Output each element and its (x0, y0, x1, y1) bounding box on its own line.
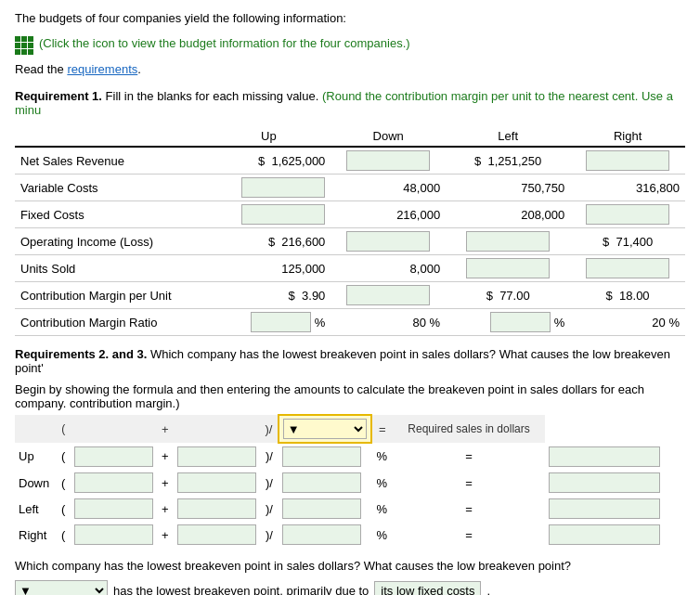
left-f3[interactable] (279, 496, 371, 522)
table-row: Units Sold 125,000 8,000 (15, 255, 685, 282)
right-nsr[interactable] (570, 147, 685, 175)
right-f3[interactable] (279, 522, 371, 548)
up-result-input[interactable] (549, 446, 660, 467)
down-vc: 48,000 (331, 175, 446, 201)
down-formula-input3[interactable] (282, 472, 361, 493)
bottom-question: Which company has the lowest breakeven p… (15, 559, 685, 573)
down-result-input[interactable] (549, 472, 660, 493)
paren-left: ( (57, 496, 71, 522)
right-f2[interactable] (174, 522, 260, 548)
plus-up: + (157, 443, 174, 470)
left-f1[interactable] (71, 496, 157, 522)
down-cmpu[interactable] (331, 282, 446, 309)
right-nsr-input[interactable] (586, 150, 669, 171)
up-f3[interactable] (279, 443, 371, 470)
paren-up: ( (57, 443, 71, 470)
paren-down: ( (57, 470, 71, 496)
table-row: Variable Costs 48,000 750,750 316,800 (15, 175, 685, 201)
pct-right: % (371, 522, 393, 548)
down-f2[interactable] (174, 470, 260, 496)
up-vc[interactable] (206, 175, 331, 201)
left-vc: 750,750 (446, 175, 570, 201)
fh-equals: = (371, 415, 393, 443)
formula-row-left: Left ( + )/ % = (15, 496, 685, 522)
right-result-input[interactable] (549, 524, 660, 545)
fh-input1 (71, 415, 157, 443)
bottom-answer: ▼ has the lowest breakeven point, primar… (15, 580, 685, 595)
right-cmpu-val: 18.00 (619, 289, 650, 303)
down-nsr-input[interactable] (346, 150, 430, 171)
down-f1[interactable] (71, 470, 157, 496)
down-formula-input1[interactable] (74, 472, 153, 493)
col-header-label (15, 126, 206, 147)
up-formula-input2[interactable] (177, 446, 256, 467)
right-fc[interactable] (570, 201, 685, 228)
div-left: )/ (260, 496, 279, 522)
left-cmr-input[interactable] (490, 312, 551, 332)
right-formula-input1[interactable] (74, 524, 153, 545)
down-formula-input2[interactable] (177, 472, 256, 493)
table-row: Fixed Costs 216,000 208,000 (15, 201, 685, 228)
up-result[interactable] (545, 443, 685, 470)
bottom-section: Which company has the lowest breakeven p… (15, 559, 685, 595)
down-nsr[interactable] (331, 147, 446, 175)
left-cmr[interactable]: % (446, 309, 570, 336)
plus-right: + (157, 522, 174, 548)
intro-line1: The budgets of four companies yield the … (15, 11, 685, 25)
left-result[interactable] (545, 496, 685, 522)
right-oi: $ 71,400 (570, 228, 685, 255)
grid-icon[interactable] (15, 31, 33, 55)
right-us-input[interactable] (586, 258, 669, 278)
right-fc-input[interactable] (586, 204, 669, 225)
left-us[interactable] (446, 255, 570, 282)
up-formula-input1[interactable] (74, 446, 153, 467)
up-oi-val: 216,600 (281, 235, 325, 249)
down-cmpu-input[interactable] (346, 285, 430, 305)
right-f1[interactable] (71, 522, 157, 548)
formula-dropdown[interactable]: ▼ (283, 419, 367, 439)
plus-down: + (157, 470, 174, 496)
right-formula-input3[interactable] (282, 524, 361, 545)
left-oi-input[interactable] (466, 231, 550, 252)
left-result-input[interactable] (549, 498, 660, 519)
up-cmr[interactable]: % (206, 309, 331, 336)
click-icon-line[interactable]: (Click the icon to view the budget infor… (15, 31, 685, 55)
down-oi-input[interactable] (346, 231, 430, 252)
right-us[interactable] (570, 255, 685, 282)
right-result[interactable] (545, 522, 685, 548)
up-cmr-input[interactable] (251, 312, 311, 332)
up-fc-input[interactable] (241, 204, 325, 225)
fh-dropdown[interactable]: ▼ (279, 415, 371, 443)
col-header-left: Left (446, 126, 570, 147)
fh-input2 (174, 415, 260, 443)
req1-heading: Requirement 1. Fill in the blanks for ea… (15, 89, 685, 117)
answer-text1: has the lowest breakeven point, primaril… (113, 584, 369, 596)
pct-up: % (371, 443, 393, 470)
left-oi[interactable] (446, 228, 570, 255)
down-f3[interactable] (279, 470, 371, 496)
right-cmpu: $ 18.00 (570, 282, 685, 309)
dollar-sign: $ (486, 289, 493, 303)
down-result[interactable] (545, 470, 685, 496)
right-formula-input2[interactable] (177, 524, 256, 545)
answer-dropdown[interactable]: ▼ (15, 580, 108, 595)
up-f1[interactable] (71, 443, 157, 470)
requirements-link[interactable]: requirements (67, 62, 137, 76)
up-f2[interactable] (174, 443, 260, 470)
up-formula-input3[interactable] (282, 446, 361, 467)
fh-empty (15, 415, 57, 443)
left-formula-input3[interactable] (282, 498, 361, 519)
up-vc-input[interactable] (241, 177, 325, 198)
left-formula-input2[interactable] (177, 498, 256, 519)
down-oi[interactable] (331, 228, 446, 255)
dollar-sign: $ (289, 289, 295, 303)
up-fc[interactable] (206, 201, 331, 228)
eq-down: = (393, 470, 545, 496)
left-formula-input1[interactable] (74, 498, 153, 519)
left-us-input[interactable] (466, 258, 550, 278)
row-label: Operating Income (Loss) (15, 228, 206, 255)
dollar-sign: $ (258, 154, 265, 168)
left-f2[interactable] (174, 496, 260, 522)
eq-up: = (393, 443, 545, 470)
fixed-costs-box: its low fixed costs (374, 581, 481, 596)
